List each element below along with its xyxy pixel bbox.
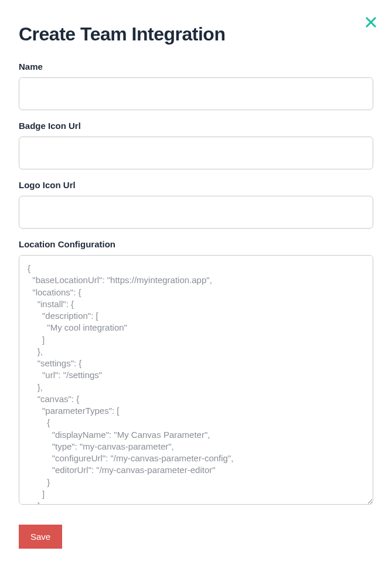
logo-icon-url-label: Logo Icon Url (19, 180, 373, 190)
name-label: Name (19, 62, 373, 72)
close-icon (364, 15, 378, 29)
logo-icon-url-field-group: Logo Icon Url (19, 180, 373, 229)
badge-icon-url-field-group: Badge Icon Url (19, 121, 373, 169)
location-config-field-group: Location Configuration { "baseLocationUr… (19, 239, 373, 507)
logo-icon-url-input[interactable] (19, 196, 373, 229)
location-config-textarea[interactable]: { "baseLocationUrl": "https://myintegrat… (19, 255, 373, 505)
save-button[interactable]: Save (19, 525, 62, 549)
location-config-label: Location Configuration (19, 239, 373, 249)
name-field-group: Name (19, 62, 373, 110)
badge-icon-url-input[interactable] (19, 137, 373, 169)
name-input[interactable] (19, 77, 373, 110)
close-button[interactable] (363, 14, 379, 30)
dialog-title: Create Team Integration (19, 23, 373, 45)
badge-icon-url-label: Badge Icon Url (19, 121, 373, 131)
